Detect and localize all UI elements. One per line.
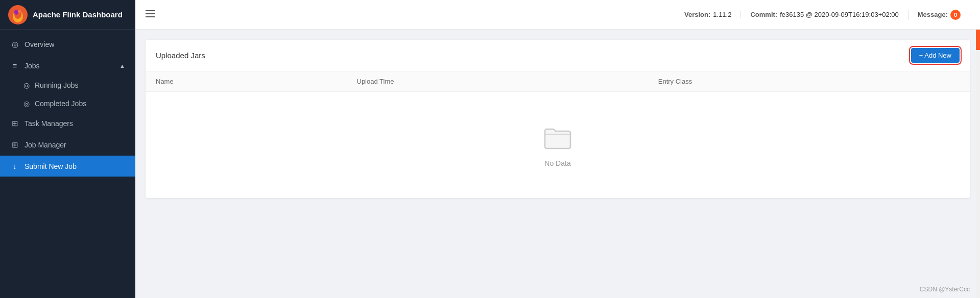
scrollbar-track[interactable] <box>976 30 980 298</box>
overview-icon: ◎ <box>10 40 19 49</box>
col-header-entry: Entry Class <box>658 78 960 85</box>
sidebar-item-overview[interactable]: ◎ Overview <box>0 34 135 55</box>
sidebar-item-label: Submit New Job <box>25 162 125 170</box>
message-info: Message: 0 <box>908 10 970 20</box>
message-label: Message: <box>918 11 948 18</box>
col-header-name: Name <box>156 78 357 85</box>
commit-value: fe36135 @ 2020-09-09T16:19:03+02:00 <box>780 11 899 18</box>
message-badge: 0 <box>950 10 961 20</box>
svg-point-4 <box>18 10 21 13</box>
sidebar-title: Apache Flink Dashboard <box>33 10 123 19</box>
flink-logo <box>8 5 28 24</box>
sidebar-item-running-jobs[interactable]: ◎ Running Jobs <box>0 76 135 94</box>
sidebar-item-label: Task Managers <box>25 119 125 128</box>
sidebar-header: Apache Flink Dashboard <box>0 0 135 30</box>
col-header-upload: Upload Time <box>357 78 658 85</box>
sidebar-item-label: Running Jobs <box>35 81 79 89</box>
version-info: Version: 1.11.2 <box>675 11 740 18</box>
no-data-icon <box>542 122 573 153</box>
card-header: Uploaded Jars + Add New <box>146 40 970 71</box>
sidebar-nav: ◎ Overview ≡ Jobs ▲ ◎ Running Jobs ◎ Com… <box>0 30 135 298</box>
svg-rect-6 <box>146 13 155 14</box>
svg-point-3 <box>14 10 18 15</box>
sidebar-item-completed-jobs[interactable]: ◎ Completed Jobs <box>0 94 135 113</box>
sidebar-item-label: Job Manager <box>25 141 125 149</box>
task-managers-icon: ⊞ <box>10 119 19 128</box>
sidebar-item-task-managers[interactable]: ⊞ Task Managers <box>0 113 135 134</box>
sidebar: Apache Flink Dashboard ◎ Overview ≡ Jobs… <box>0 0 135 298</box>
menu-toggle-icon[interactable] <box>146 9 155 20</box>
job-manager-icon: ⊞ <box>10 140 19 150</box>
chevron-up-icon: ▲ <box>119 63 125 69</box>
jobs-icon: ≡ <box>10 61 19 70</box>
table-header: Name Upload Time Entry Class <box>146 71 970 92</box>
sidebar-item-label: Overview <box>25 40 125 48</box>
sidebar-item-label: Jobs <box>25 62 119 70</box>
svg-rect-5 <box>146 10 155 11</box>
uploaded-jars-card: Uploaded Jars + Add New Name Upload Time… <box>146 40 970 198</box>
svg-rect-7 <box>146 16 155 17</box>
sidebar-item-submit-new-job[interactable]: ↓ Submit New Job <box>0 156 135 177</box>
sidebar-item-job-manager[interactable]: ⊞ Job Manager <box>0 134 135 156</box>
content-area: Uploaded Jars + Add New Name Upload Time… <box>135 30 980 298</box>
commit-label: Commit: <box>750 11 777 18</box>
footer-watermark: CSDN @YsterCcc <box>920 286 970 293</box>
top-bar-info: Version: 1.11.2 Commit: fe36135 @ 2020-0… <box>675 10 970 20</box>
submit-icon: ↓ <box>10 162 19 170</box>
scrollbar-thumb <box>976 30 980 50</box>
no-data-text: No Data <box>544 159 570 167</box>
running-jobs-icon: ◎ <box>23 81 30 89</box>
no-data-container: No Data <box>146 92 970 198</box>
version-value: 1.11.2 <box>713 11 731 18</box>
version-label: Version: <box>684 11 710 18</box>
completed-jobs-icon: ◎ <box>23 100 30 108</box>
add-new-button[interactable]: + Add New <box>911 48 960 63</box>
top-bar: Version: 1.11.2 Commit: fe36135 @ 2020-0… <box>135 0 980 30</box>
sidebar-item-jobs[interactable]: ≡ Jobs ▲ <box>0 55 135 76</box>
main-area: Version: 1.11.2 Commit: fe36135 @ 2020-0… <box>135 0 980 298</box>
sidebar-item-label: Completed Jobs <box>35 100 86 108</box>
commit-info: Commit: fe36135 @ 2020-09-09T16:19:03+02… <box>740 11 907 18</box>
card-title: Uploaded Jars <box>156 51 205 60</box>
